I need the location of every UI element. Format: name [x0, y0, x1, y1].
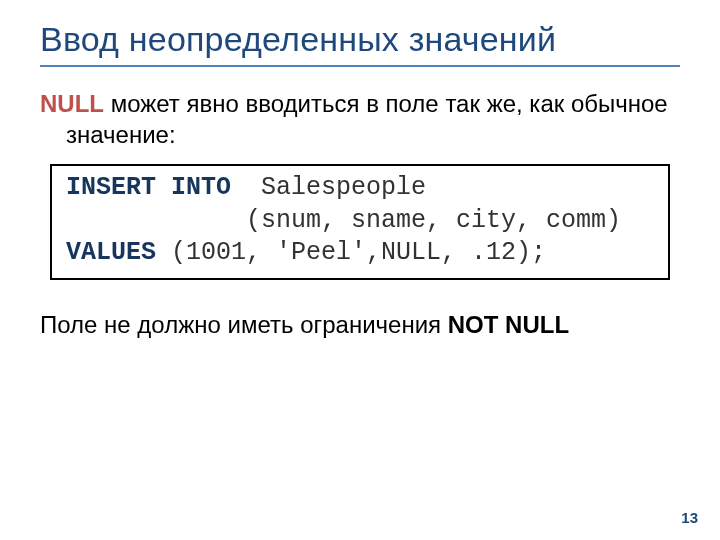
null-keyword: NULL [40, 90, 104, 117]
intro-paragraph: NULL может явно вводиться в поле так же,… [40, 89, 680, 150]
code-block: INSERT INTO Salespeople (snum, sname, ci… [50, 164, 670, 280]
sql-kw-values: VALUES [66, 238, 156, 267]
code-line1-tail: Salespeople [231, 173, 426, 202]
title-rule [40, 65, 680, 67]
intro-text: может явно вводиться в поле так же, как … [66, 90, 668, 148]
sql-kw-insert-into: INSERT INTO [66, 173, 231, 202]
page-number: 13 [681, 509, 698, 526]
note-lead: Поле не должно иметь ограничения [40, 311, 448, 338]
slide-title: Ввод неопределенных значений [40, 20, 680, 59]
slide: Ввод неопределенных значений NULL может … [0, 0, 720, 540]
code-line2: (snum, sname, city, comm) [66, 206, 621, 235]
not-null-keyword: NOT NULL [448, 311, 569, 338]
note-paragraph: Поле не должно иметь ограничения NOT NUL… [40, 310, 680, 341]
code-line3-tail: (1001, 'Peel',NULL, .12); [156, 238, 546, 267]
